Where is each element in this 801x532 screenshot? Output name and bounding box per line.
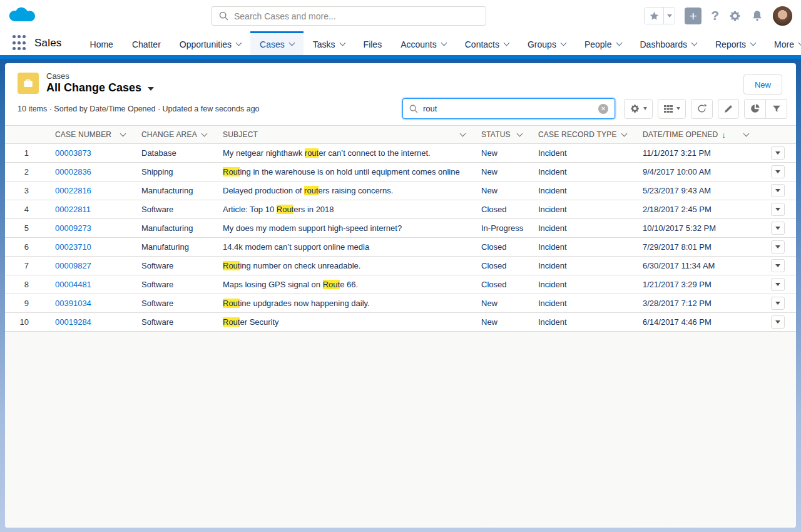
case-number-link[interactable]: 00022816 [55, 186, 91, 195]
favorites-caret-icon[interactable] [663, 8, 675, 24]
column-header-subject[interactable]: SUBJECT [214, 126, 472, 143]
row-actions-button[interactable] [771, 222, 785, 235]
help-icon[interactable]: ? [711, 8, 719, 23]
nav-tab-people[interactable]: People [575, 31, 631, 55]
nav-tab-opportunities[interactable]: Opportunities [170, 31, 250, 55]
row-actions-button[interactable] [771, 184, 785, 197]
column-header-case-record-type[interactable]: CASE RECORD TYPE [529, 126, 634, 143]
setup-gear-icon[interactable] [728, 9, 742, 23]
date-opened-cell: 10/10/2017 5:32 PM [634, 223, 756, 233]
actions-column-header [756, 126, 796, 143]
case-number-link[interactable]: 00022811 [55, 205, 91, 214]
table-row: 5 00009273 Manufacturing My does my mode… [5, 219, 796, 238]
display-as-table-icon[interactable] [658, 99, 686, 119]
favorites-star-icon[interactable] [645, 8, 663, 24]
row-actions-button[interactable] [771, 259, 785, 272]
list-view-header: Cases All Change Cases New 10 items · So… [5, 63, 796, 125]
nav-tab-contacts[interactable]: Contacts [456, 31, 518, 55]
nav-tab-accounts[interactable]: Accounts [391, 31, 456, 55]
change-area-cell: Manufaturing [133, 242, 214, 252]
app-launcher-icon[interactable] [13, 35, 26, 51]
nav-tab-tasks[interactable]: Tasks [304, 31, 354, 55]
row-actions-button[interactable] [771, 240, 785, 253]
table-row: 9 00391034 Software Routine updgrades no… [5, 294, 796, 313]
nav-tab-cases[interactable]: Cases [250, 31, 304, 55]
change-area-cell: Manufacturing [133, 223, 214, 233]
row-number-column-header [5, 126, 46, 143]
nav-tab-dashboards[interactable]: Dashboards [631, 31, 707, 55]
case-number-link[interactable]: 00002836 [55, 167, 91, 176]
row-number: 4 [5, 205, 46, 214]
edit-pencil-icon[interactable] [718, 99, 739, 119]
list-view-card: Cases All Change Cases New 10 items · So… [5, 63, 796, 528]
column-header-case-number[interactable]: CASE NUMBER [46, 126, 133, 143]
clear-search-icon[interactable]: ✕ [598, 104, 608, 114]
row-actions-button[interactable] [771, 315, 785, 329]
nav-tab-chatter[interactable]: Chatter [123, 31, 170, 55]
nav-tab-home[interactable]: Home [81, 31, 123, 55]
case-number-link[interactable]: 00391034 [55, 299, 91, 308]
status-cell: Closed [472, 261, 529, 270]
chevron-down-icon [775, 283, 780, 286]
case-number-link[interactable]: 00009827 [55, 261, 91, 270]
list-settings-gear-icon[interactable] [624, 99, 653, 119]
subject-cell: Routing in the warehouse is on hold unti… [214, 167, 472, 176]
status-cell: Closed [472, 205, 529, 214]
nav-tab-more[interactable]: More [765, 31, 801, 55]
list-search-input[interactable] [423, 104, 593, 113]
row-number: 2 [5, 167, 46, 176]
record-type-cell: Incident [529, 261, 634, 270]
nav-tab-files[interactable]: Files [354, 31, 392, 55]
chevron-down-icon [460, 130, 466, 136]
row-actions-button[interactable] [771, 297, 785, 310]
column-header-change-area[interactable]: CHANGE AREA [133, 126, 214, 143]
search-icon [409, 105, 418, 113]
case-number-link[interactable]: 00023710 [55, 242, 91, 252]
chevron-down-icon [750, 40, 757, 46]
notifications-bell-icon[interactable] [751, 9, 763, 23]
global-actions-plus-icon[interactable]: + [685, 8, 702, 24]
entity-label: Cases [46, 71, 154, 81]
date-opened-cell: 1/21/2017 3:29 PM [634, 280, 756, 289]
column-header-status[interactable]: STATUS [472, 126, 529, 143]
refresh-icon[interactable] [691, 99, 713, 119]
status-cell: Closed [472, 280, 529, 289]
column-header-date-time-opened[interactable]: DATE/TIME OPENED ↓ [634, 126, 756, 143]
subject-cell: Delayed production of routers raising co… [214, 186, 472, 195]
case-number-link[interactable]: 00003873 [55, 148, 91, 158]
new-button[interactable]: New [743, 74, 782, 95]
charts-pie-icon[interactable] [744, 99, 766, 119]
record-type-cell: Incident [529, 205, 634, 214]
date-opened-cell: 2/18/2017 2:45 PM [634, 205, 756, 214]
page-background: Cases All Change Cases New 10 items · So… [0, 59, 801, 532]
row-actions-button[interactable] [771, 165, 785, 178]
status-cell: New [472, 186, 529, 195]
chevron-down-icon [517, 130, 523, 136]
chevron-down-icon [775, 302, 780, 305]
case-number-link[interactable]: 00019284 [55, 317, 91, 327]
case-number-link[interactable]: 00004481 [55, 280, 91, 289]
row-actions-button[interactable] [771, 278, 785, 291]
table-row: 3 00022816 Manufacturing Delayed product… [5, 182, 796, 200]
row-actions-button[interactable] [771, 146, 785, 160]
status-cell: New [472, 167, 529, 176]
change-area-cell: Software [133, 280, 214, 289]
date-opened-cell: 6/30/2017 11:34 AM [634, 261, 756, 270]
filter-funnel-icon[interactable] [766, 99, 787, 119]
case-number-link[interactable]: 00009273 [55, 223, 91, 233]
chevron-down-icon [775, 320, 780, 324]
change-area-cell: Software [133, 205, 214, 214]
nav-tab-reports[interactable]: Reports [706, 31, 765, 55]
row-actions-button[interactable] [771, 203, 785, 216]
chevron-down-icon [621, 130, 628, 136]
list-view-selector[interactable]: All Change Cases [46, 81, 154, 95]
row-number: 1 [5, 148, 46, 158]
chevron-down-icon [288, 40, 295, 46]
table-row: 2 00002836 Shipping Routing in the wareh… [5, 163, 796, 182]
user-avatar[interactable] [773, 6, 792, 26]
status-cell: New [472, 148, 529, 158]
row-number: 9 [5, 299, 46, 308]
global-search-input[interactable] [234, 11, 478, 21]
global-header: + ? [0, 0, 801, 31]
nav-tab-groups[interactable]: Groups [518, 31, 575, 55]
